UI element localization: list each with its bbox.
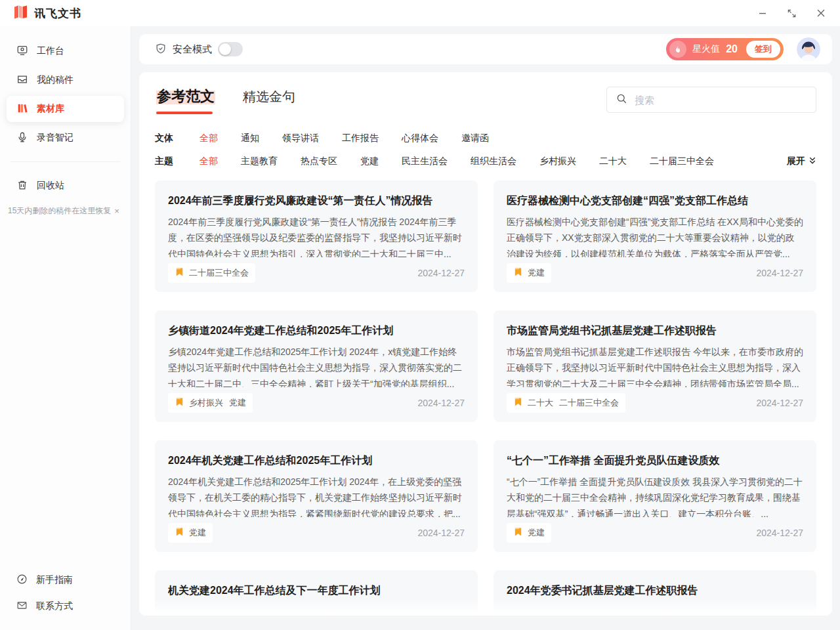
- sidebar: 工作台 我的稿件 素材库: [0, 26, 131, 630]
- main-topbar: 安全模式 星火值 20 签到: [139, 34, 832, 64]
- safe-mode-toggle[interactable]: [218, 42, 243, 56]
- filter-option[interactable]: 主题教育: [241, 156, 278, 167]
- tab-reference-essays[interactable]: 参考范文: [156, 87, 215, 106]
- compass-icon: [16, 574, 28, 587]
- search-input[interactable]: [635, 94, 807, 106]
- filter-option[interactable]: 二十大: [599, 156, 627, 167]
- sidebar-item-beginner-guide[interactable]: 新手指南: [7, 568, 124, 592]
- filter-option[interactable]: 邀请函: [461, 133, 489, 144]
- card-grid: 2024年前三季度履行党风廉政建设“第一责任人”情况报告 2024年前三季度履行…: [155, 180, 816, 616]
- recycle-note: 15天内删除的稿件在这里恢复 ×: [0, 201, 131, 217]
- microphone-icon: [16, 131, 28, 145]
- card-title: 2024年前三季度履行党风廉政建设“第一责任人”情况报告: [168, 194, 465, 208]
- sidebar-item-label: 素材库: [37, 103, 64, 115]
- spark-points-badge[interactable]: 星火值 20 签到: [666, 38, 784, 60]
- spark-points-label: 星火值: [692, 43, 720, 55]
- filter-option[interactable]: 全部: [200, 156, 218, 167]
- chevron-double-down-icon: [808, 156, 816, 167]
- card-tags: 二十届三中全会: [168, 263, 255, 283]
- card-footer: 乡村振兴 党建 2024-12-27: [168, 393, 465, 413]
- expand-button[interactable]: 展开: [787, 156, 816, 167]
- main-area: 安全模式 星火值 20 签到: [131, 26, 840, 630]
- sidebar-item-label: 联系方式: [36, 600, 73, 612]
- tag-label: 二十届三中全会: [559, 397, 619, 409]
- spark-points-value: 20: [726, 43, 738, 55]
- card-excerpt: “七个一”工作举措 全面提升党员队伍建设质效 我县深入学习贯彻党的二十大和党的二…: [507, 474, 803, 517]
- card-title: 市场监管局党组书记抓基层党建工作述职报告: [507, 324, 803, 338]
- filter-label: 文体: [155, 133, 200, 144]
- card-tags: 乡村振兴 党建: [168, 393, 253, 413]
- filter-option[interactable]: 通知: [241, 133, 259, 144]
- card-tags: 党建: [168, 523, 213, 543]
- sidebar-footer: 新手指南 联系方式: [0, 566, 131, 621]
- document-card[interactable]: 2024年党委书记抓基层党建工作述职报告: [494, 570, 816, 616]
- card-title: 2024年党委书记抓基层党建工作述职报告: [507, 584, 803, 598]
- sidebar-item-label: 我的稿件: [37, 74, 74, 86]
- sidebar-item-recording-notes[interactable]: 录音智记: [7, 125, 124, 151]
- sidebar-item-workbench[interactable]: 工作台: [7, 38, 124, 64]
- filter-option[interactable]: 心得体会: [402, 133, 438, 144]
- card-excerpt: 乡镇2024年党建工作总结和2025年工作计划 2024年，x镇党建工作始终坚持…: [168, 344, 465, 387]
- document-card[interactable]: 2024年前三季度履行党风廉政建设“第一责任人”情况报告 2024年前三季度履行…: [155, 180, 478, 292]
- card-date: 2024-12-27: [417, 398, 465, 408]
- filter-option[interactable]: 热点专区: [301, 156, 337, 167]
- card-tags: 党建: [507, 523, 551, 543]
- mail-icon: [16, 600, 28, 613]
- app-title: 讯飞文书: [34, 6, 81, 21]
- bookmark-icon: [175, 267, 184, 279]
- card-date: 2024-12-27: [756, 398, 803, 408]
- user-avatar[interactable]: [797, 37, 820, 61]
- workbench-icon: [16, 45, 28, 58]
- card-excerpt: 医疗器械检测中心党支部创建“四强”党支部工作总结 在XX局和中心党委的正确领导下…: [507, 214, 803, 257]
- document-card[interactable]: 2024年机关党建工作总结和2025年工作计划 2024年机关党建工作总结和20…: [155, 440, 478, 552]
- minimize-icon[interactable]: [758, 9, 767, 18]
- safe-mode: 安全模式: [155, 42, 243, 56]
- recycle-note-close-icon[interactable]: ×: [114, 206, 119, 216]
- filter-option[interactable]: 全部: [200, 133, 218, 144]
- filter-option[interactable]: 二十届三中全会: [650, 156, 714, 167]
- sign-in-button[interactable]: 签到: [746, 41, 780, 58]
- drafts-icon: [16, 74, 28, 87]
- filter-row-genre: 文体 全部 通知 领导讲话 工作报告 心得体会 邀请函: [155, 133, 816, 144]
- bookmark-icon: [513, 397, 523, 409]
- sidebar-item-label: 工作台: [37, 45, 64, 57]
- document-card[interactable]: 机关党建2024年工作总结及下一年度工作计划: [155, 570, 478, 616]
- document-card[interactable]: 医疗器械检测中心党支部创建“四强”党支部工作总结 医疗器械检测中心党支部创建“四…: [494, 180, 816, 292]
- document-card[interactable]: “七个一”工作举措 全面提升党员队伍建设质效 “七个一”工作举措 全面提升党员队…: [494, 440, 816, 552]
- card-date: 2024-12-27: [756, 528, 803, 538]
- app-logo: 讯飞文书: [13, 5, 81, 22]
- sidebar-item-contact[interactable]: 联系方式: [7, 595, 124, 618]
- filter-option[interactable]: 领导讲话: [282, 133, 319, 144]
- card-title: 乡镇街道2024年党建工作总结和2025年工作计划: [168, 324, 465, 338]
- tag-label: 党建: [229, 397, 246, 409]
- tag-label: 二十大: [528, 397, 553, 409]
- close-icon[interactable]: [816, 9, 826, 18]
- sidebar-item-recycle-bin[interactable]: 回收站: [7, 173, 124, 199]
- recycle-note-text: 15天内删除的稿件在这里恢复: [8, 205, 111, 217]
- tab-selected-quotes[interactable]: 精选金句: [243, 88, 295, 106]
- document-card[interactable]: 市场监管局党组书记抓基层党建工作述职报告 市场监管局党组书记抓基层党建工作述职报…: [494, 310, 816, 422]
- document-card[interactable]: 乡镇街道2024年党建工作总结和2025年工作计划 乡镇2024年党建工作总结和…: [155, 310, 478, 422]
- sidebar-item-label: 新手指南: [36, 574, 73, 586]
- filter-option[interactable]: 组织生活会: [471, 156, 516, 167]
- card-excerpt: 2024年机关党建工作总结和2025年工作计划 2024年，在上级党委的坚强领导…: [168, 474, 465, 517]
- bookmark-icon: [513, 267, 523, 279]
- filter-label: 主题: [155, 156, 200, 167]
- filter-option[interactable]: 工作报告: [342, 133, 379, 144]
- sidebar-item-my-drafts[interactable]: 我的稿件: [7, 67, 124, 93]
- filter-option[interactable]: 民主生活会: [402, 156, 448, 167]
- tag-label: 党建: [528, 527, 545, 539]
- search-box[interactable]: [606, 87, 816, 113]
- card-title: 医疗器械检测中心党支部创建“四强”党支部工作总结: [507, 194, 803, 208]
- tabs: 参考范文 精选金句: [155, 87, 295, 106]
- card-excerpt: 2024年前三季度履行党风廉政建设“第一责任人”情况报告 2024年前三季度，在…: [168, 214, 465, 257]
- filter-option[interactable]: 党建: [360, 156, 379, 167]
- card-title: “七个一”工作举措 全面提升党员队伍建设质效: [507, 454, 803, 468]
- topbar-right: 星火值 20 签到: [666, 37, 820, 61]
- resize-icon[interactable]: [787, 9, 797, 18]
- sidebar-item-library[interactable]: 素材库: [7, 96, 124, 122]
- card-date: 2024-12-27: [417, 268, 465, 278]
- card-title: 2024年机关党建工作总结和2025年工作计划: [168, 454, 465, 468]
- filter-option[interactable]: 乡村振兴: [539, 156, 576, 167]
- expand-label: 展开: [787, 156, 805, 167]
